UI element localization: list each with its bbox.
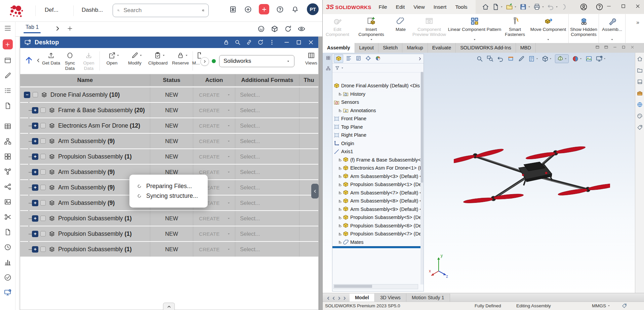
- tree-vertical-scrollbar[interactable]: [420, 72, 424, 284]
- drone-3d-model[interactable]: [454, 142, 610, 216]
- expand-toggle[interactable]: +: [32, 138, 38, 144]
- dock-left-icon[interactable]: [595, 45, 600, 49]
- expand-arrow-icon[interactable]: [338, 207, 341, 211]
- item-name[interactable]: Arm Subassembly (9): [58, 200, 115, 207]
- assembly-features-button[interactable]: Assemb...: [599, 14, 626, 43]
- close-icon[interactable]: [308, 39, 314, 46]
- expand-pane-icon[interactable]: [417, 56, 422, 61]
- feature-tree-item[interactable]: Arm Subassembly<7> (Default) <: [332, 189, 420, 197]
- document-icon[interactable]: [4, 102, 12, 110]
- ribbon-tab[interactable]: Sketch: [378, 43, 402, 53]
- workflow-icon[interactable]: [4, 183, 12, 191]
- hierarchy-preview-icon[interactable]: [326, 66, 331, 71]
- tree-horizontal-scrollbar[interactable]: [333, 284, 418, 289]
- expand-arrow-icon[interactable]: [338, 232, 341, 236]
- minimize-icon[interactable]: [283, 39, 290, 46]
- row-checkbox[interactable]: [40, 138, 46, 144]
- move-component-button[interactable]: Move Component: [528, 14, 568, 43]
- feature-tree-item[interactable]: Axis1: [332, 147, 420, 156]
- expand-toggle[interactable]: +: [32, 231, 38, 237]
- search-input[interactable]: [123, 7, 199, 14]
- custom-properties-tag-icon[interactable]: [621, 303, 627, 309]
- views-button[interactable]: Views: [304, 51, 319, 65]
- prev-tab-icon[interactable]: [331, 296, 336, 301]
- refresh-icon[interactable]: [284, 25, 292, 33]
- search-icon[interactable]: [234, 39, 241, 46]
- menu-item[interactable]: Edit: [396, 4, 405, 10]
- list-icon[interactable]: [4, 87, 12, 95]
- watch-icon[interactable]: [297, 25, 306, 33]
- feature-tree-item[interactable]: Annotations: [332, 106, 420, 115]
- menu-item[interactable]: View: [413, 4, 425, 10]
- table-row[interactable]: + Propulsion Subassembly (1) NEW CREATE …: [20, 242, 318, 257]
- feature-tree-item[interactable]: Arm Subassembly<8> (Default) <: [332, 197, 420, 205]
- close-pane-icon[interactable]: [630, 45, 635, 49]
- expand-arrow-icon[interactable]: [338, 108, 341, 112]
- toolbox-icon[interactable]: [637, 90, 643, 96]
- expand-arrow-icon[interactable]: [338, 224, 341, 227]
- item-name[interactable]: Propulsion Subassembly (1): [58, 153, 132, 160]
- feature-tree-item[interactable]: Mates: [332, 238, 420, 247]
- ribbon-overflow-icon[interactable]: »: [636, 19, 639, 26]
- account-icon[interactable]: [579, 3, 588, 11]
- grid-icon[interactable]: [4, 152, 12, 161]
- application-selector[interactable]: Solidworks: [219, 55, 294, 67]
- help-icon[interactable]: [276, 5, 284, 14]
- edit-icon[interactable]: [4, 72, 12, 80]
- menu-icon[interactable]: [4, 24, 12, 32]
- additional-formats-select[interactable]: Select...: [235, 118, 299, 133]
- item-name[interactable]: Arm Subassembly (9): [58, 138, 115, 145]
- table-row[interactable]: + Frame & Base Subassembly (20) NEW CREA…: [20, 103, 318, 118]
- additional-formats-select[interactable]: Select...: [235, 134, 299, 148]
- add-circle-icon[interactable]: [244, 5, 252, 14]
- row-checkbox[interactable]: [40, 154, 46, 159]
- feature-tree-item[interactable]: Front Plane: [332, 115, 420, 123]
- feature-tree-item[interactable]: History: [332, 90, 420, 98]
- lock-icon[interactable]: [223, 39, 230, 46]
- table-row[interactable]: + Propulsion Subassembly (1) NEW CREATE …: [20, 149, 318, 164]
- get-data-button[interactable]: Get Data: [42, 51, 61, 66]
- additional-formats-select[interactable]: Select...: [235, 103, 299, 118]
- units-selector[interactable]: MMGS: [592, 303, 610, 308]
- table-icon[interactable]: [4, 122, 12, 130]
- expand-arrow-icon[interactable]: [338, 92, 341, 96]
- menu-item[interactable]: Tools: [455, 4, 467, 10]
- smart-fasteners-button[interactable]: Smart Fasteners: [502, 14, 528, 43]
- expand-arrow-icon[interactable]: [338, 191, 341, 194]
- expand-arrow-icon[interactable]: [338, 158, 341, 162]
- mate-button[interactable]: Mate: [390, 14, 411, 43]
- additional-formats-select[interactable]: Select...: [235, 195, 299, 210]
- row-checkbox[interactable]: [40, 216, 46, 221]
- additional-formats-select[interactable]: Select...: [235, 211, 299, 226]
- row-checkbox[interactable]: [40, 247, 46, 252]
- image-icon[interactable]: [4, 198, 12, 206]
- relations-icon[interactable]: [4, 168, 12, 176]
- expand-arrow-icon[interactable]: [338, 183, 341, 186]
- assistant-icon[interactable]: [257, 25, 265, 33]
- ribbon-tab[interactable]: Evaluate: [428, 43, 456, 53]
- first-tab-icon[interactable]: [326, 296, 331, 301]
- expand-toggle[interactable]: +: [32, 184, 38, 191]
- action-dropdown[interactable]: CREATE: [193, 242, 235, 257]
- edit-component-button[interactable]: Edit Component: [323, 14, 352, 43]
- additional-formats-select[interactable]: Select...: [235, 149, 299, 164]
- rollback-bar[interactable]: [332, 246, 420, 248]
- expand-toggle[interactable]: +: [32, 200, 38, 206]
- additional-formats-select[interactable]: Select...: [235, 226, 299, 241]
- graphics-area[interactable]: Drone Final Assembly (Default) <Dis Hist…: [323, 53, 635, 293]
- create-button-icon[interactable]: [259, 4, 269, 14]
- feature-tree-item[interactable]: Propulsion Subassembly<6> (Def: [332, 222, 420, 230]
- filters-icon[interactable]: [202, 7, 205, 14]
- history-icon[interactable]: [4, 243, 12, 251]
- table-row[interactable]: + Arm Subassembly (9) NEW CREATE Select.…: [20, 134, 318, 148]
- expand-toggle[interactable]: +: [32, 153, 38, 160]
- item-name[interactable]: Drone Final Assembly (10): [50, 91, 120, 98]
- tree-filter-row[interactable]: [332, 63, 424, 73]
- linear-component-pattern-button[interactable]: Linear Component Pattern: [447, 14, 502, 43]
- row-checkbox[interactable]: [40, 123, 46, 128]
- menu-item[interactable]: File: [379, 4, 387, 10]
- tab-overflow-icon[interactable]: [54, 25, 61, 32]
- column-header[interactable]: Additional Formats: [235, 74, 299, 86]
- restore-pane-icon[interactable]: [621, 45, 626, 49]
- display-states-icon[interactable]: [326, 55, 331, 60]
